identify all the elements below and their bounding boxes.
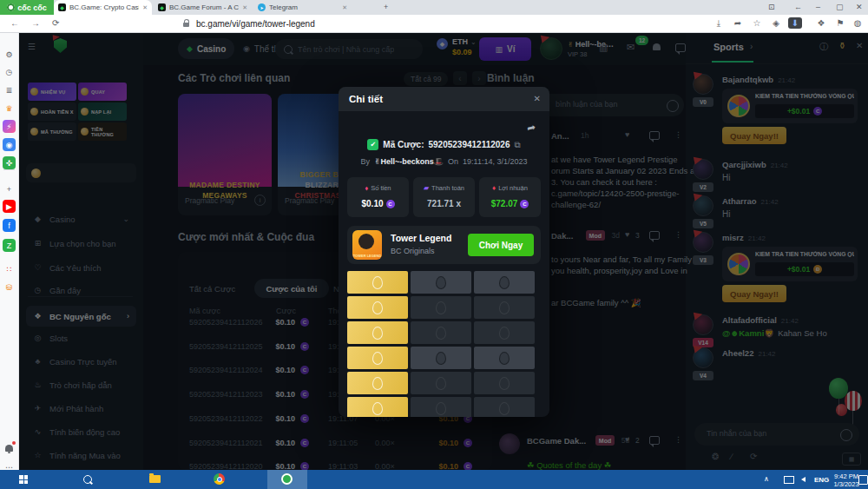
volume-icon[interactable] <box>801 477 806 482</box>
tab-title: BC.Game Forum - A Cryptoc <box>169 3 239 11</box>
egg-icon <box>499 352 510 365</box>
action-center-icon[interactable] <box>858 475 868 485</box>
stat-value-row: 721.71 x <box>413 199 475 208</box>
stat-icon: ▰ <box>424 184 429 192</box>
zalo-icon[interactable]: Z <box>3 239 16 252</box>
egg-icon <box>372 276 383 289</box>
cart-icon[interactable]: ⛁ <box>3 281 16 294</box>
padlock-icon[interactable] <box>183 23 189 27</box>
back-icon[interactable]: ← <box>10 18 19 28</box>
network-icon[interactable] <box>784 476 794 484</box>
tower-tile[interactable] <box>411 372 471 394</box>
egg-icon <box>436 377 446 390</box>
sidebar-divider <box>3 169 15 170</box>
bookmark-star-icon[interactable]: ☆ <box>750 18 764 28</box>
crown-icon[interactable]: ♛ <box>3 102 16 115</box>
facebook-icon[interactable]: f <box>3 219 16 232</box>
coccoc-feed-icon[interactable]: ◉ <box>3 138 16 151</box>
notifications-bell-icon[interactable] <box>3 441 16 454</box>
new-tab-button[interactable]: + <box>384 3 388 11</box>
tower-tile[interactable] <box>411 397 471 417</box>
tower-tile[interactable] <box>411 347 471 369</box>
language-indicator[interactable]: ENG <box>814 476 829 484</box>
download-active-icon[interactable]: ⬇ <box>788 17 802 29</box>
translate-icon[interactable]: ⚑ <box>833 18 847 28</box>
tower-tile[interactable] <box>347 296 408 319</box>
add-shortcut-icon[interactable]: + <box>3 182 16 195</box>
stat-label: Lợi nhuận <box>498 184 528 192</box>
tab-close-icon[interactable]: ✕ <box>142 4 148 11</box>
save-page-icon[interactable]: ⤓ <box>712 18 726 29</box>
close-icon[interactable]: ✕ <box>534 94 541 103</box>
browser-sidebar: ⋯ ⚙◷≣♛⚡◉✜+▶fZ∷⛁ <box>0 33 19 470</box>
stat-value: $0.10 <box>361 199 383 208</box>
tab-close-icon[interactable]: ✕ <box>342 4 347 11</box>
tower-tile[interactable] <box>474 347 535 369</box>
bcgame-page: ☰NHIỆM VỤQUAYHOÀN TIỀN XNẠP LẠIMÃ THƯỞNG… <box>19 33 868 470</box>
browser-tab[interactable]: ◆BC.Game Forum - A Cryptoc✕ <box>154 0 252 15</box>
tower-tile[interactable] <box>474 397 535 417</box>
bet-username[interactable]: ✌Hell~-beckons🎩 <box>374 157 444 166</box>
modal-header: Chi tiết ✕ <box>339 87 549 111</box>
apps-grid-icon[interactable]: ∷ <box>3 262 16 275</box>
stat-label: Số tiền <box>371 184 391 193</box>
history-icon[interactable]: ◷ <box>3 65 16 78</box>
stat-value: 721.71 x <box>427 199 461 208</box>
profile-icon[interactable]: ◍ <box>851 18 865 28</box>
browser-tab[interactable]: ➤Telegram✕ <box>253 0 352 15</box>
bet-datetime: 19:11:14, 3/1/2023 <box>463 157 527 166</box>
egg-icon <box>436 276 446 289</box>
taskbar-search-icon[interactable] <box>83 475 92 484</box>
tower-tile[interactable] <box>474 296 535 319</box>
tower-tile[interactable] <box>474 271 535 294</box>
tower-tile[interactable] <box>347 372 408 394</box>
extensions-icon[interactable]: ❖ <box>814 18 828 28</box>
tray-expand-icon[interactable]: ∧ <box>764 475 769 483</box>
tower-tile[interactable] <box>347 397 408 417</box>
clock-time[interactable]: 9:42 PM <box>832 472 861 480</box>
profile-back-icon[interactable]: ← <box>794 3 802 11</box>
messenger-icon[interactable]: ⚡ <box>3 120 16 133</box>
tab-close-icon[interactable]: ✕ <box>242 4 247 11</box>
tower-tile[interactable] <box>474 321 535 344</box>
coccoc-taskbar-button[interactable] <box>267 470 307 489</box>
tower-tile[interactable] <box>347 271 408 294</box>
coccoc-brand[interactable]: cốc cốc <box>0 0 54 15</box>
games-icon[interactable]: ✜ <box>3 156 16 169</box>
chrome-icon[interactable] <box>214 473 225 485</box>
browser-tab[interactable]: ◆BC.Game: Crypto Casino Gan✕ <box>54 0 152 15</box>
tower-legend-thumbnail[interactable]: TOWER LEGEND <box>352 230 382 260</box>
reading-list-icon[interactable]: ≣ <box>3 83 16 96</box>
tower-tile[interactable] <box>411 296 471 319</box>
copy-icon[interactable]: ⧉ <box>515 140 521 150</box>
start-button[interactable] <box>19 475 28 484</box>
stat-icon: ⬧ <box>365 184 369 193</box>
maximize-button[interactable]: ▢ <box>836 3 844 11</box>
url-text[interactable]: bc.game/vi/game/tower-legend <box>196 19 315 29</box>
stat-card-1: ▰Thanh toán721.71 x <box>413 177 475 217</box>
egg-icon <box>499 276 510 289</box>
reload-icon[interactable]: ⟳ <box>52 18 59 28</box>
file-explorer-icon[interactable] <box>149 475 161 483</box>
stat-card-0: ⬧Số tiền$0.10C <box>347 177 409 217</box>
tower-tile[interactable] <box>411 321 471 344</box>
youtube-icon[interactable]: ▶ <box>3 200 16 213</box>
adblock-shield-icon[interactable]: ◈ <box>769 18 783 28</box>
tower-tile[interactable] <box>411 271 471 294</box>
clock-date[interactable]: 1/3/2023 <box>832 480 861 488</box>
tab-search-icon[interactable]: ⊡ <box>768 3 775 11</box>
play-now-button[interactable]: Chơi Ngay <box>468 234 534 256</box>
tower-tile[interactable] <box>347 321 408 344</box>
close-window-button[interactable]: ✕ <box>856 3 863 11</box>
share-icon[interactable]: ➦ <box>526 121 537 135</box>
tower-tile[interactable] <box>347 347 408 369</box>
browser-tabstrip: cốc cốc ◆BC.Game: Crypto Casino Gan✕◆BC.… <box>0 0 868 15</box>
coin-icon: C <box>520 200 529 208</box>
forward-icon[interactable]: → <box>31 18 40 28</box>
minimize-button[interactable]: – <box>816 3 820 11</box>
settings-icon[interactable]: ⚙ <box>3 48 16 61</box>
share-icon[interactable]: ➦ <box>731 18 745 28</box>
tower-tile[interactable] <box>474 372 535 394</box>
game-name[interactable]: Tower Legend <box>391 233 451 243</box>
modal-title: Chi tiết <box>349 94 383 104</box>
